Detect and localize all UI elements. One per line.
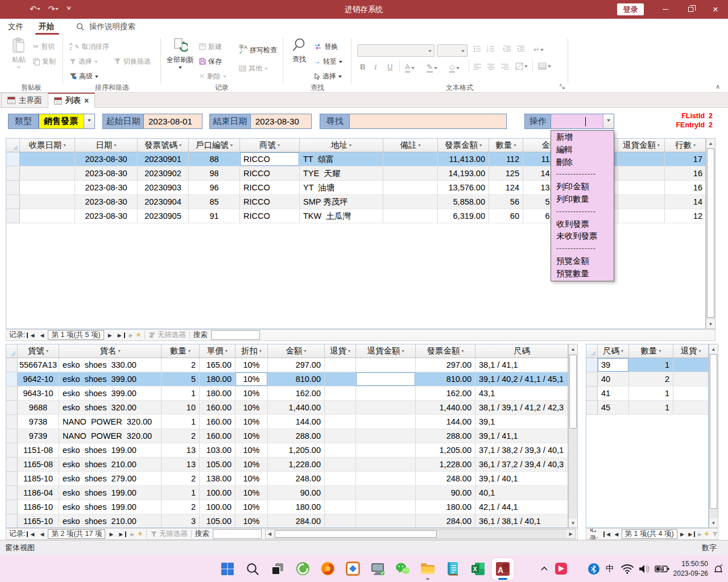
column-header[interactable]: 數量▾ xyxy=(162,344,200,357)
volume-icon[interactable] xyxy=(638,564,651,574)
cell[interactable]: RICCO xyxy=(240,209,300,223)
cell[interactable]: 2023-08-30 xyxy=(75,195,138,209)
end-date-input[interactable]: 2023-08-30 xyxy=(250,114,312,129)
table-row[interactable]: 9642-10esko shoes 399.005180.0010%810.00… xyxy=(6,372,568,386)
cell[interactable]: 297.00 xyxy=(268,358,325,372)
column-filter-arrow-icon[interactable]: ▾ xyxy=(188,348,191,354)
cell[interactable]: 10% xyxy=(235,401,268,415)
column-header[interactable]: 單價▾ xyxy=(200,344,235,357)
select-all-corner[interactable] xyxy=(6,344,18,357)
cell[interactable]: 39,1 / 40,2 / 41,1 / 45,1 xyxy=(475,372,568,386)
record-position[interactable]: 第 2 项(共 17 项 xyxy=(48,529,105,539)
cell[interactable] xyxy=(325,386,356,401)
cell[interactable] xyxy=(618,195,665,209)
new-record-icon[interactable]: ▶ xyxy=(128,531,136,537)
column-header[interactable]: 尺碼 xyxy=(475,344,568,357)
cell[interactable]: YT 油塘 xyxy=(300,181,383,195)
cell[interactable]: 124 xyxy=(489,181,523,195)
cell[interactable]: 56 xyxy=(489,195,523,209)
numbered-list-button[interactable]: 123 xyxy=(487,45,495,52)
invoice-vscrollbar[interactable]: ▲ ▼ xyxy=(706,138,715,329)
cell[interactable]: TKW 土瓜灣 xyxy=(300,209,383,223)
delete-record-button[interactable]: ✕ 删除 xyxy=(199,70,226,82)
row-selector[interactable] xyxy=(6,415,18,429)
font-color-button[interactable]: A xyxy=(405,63,415,73)
cell[interactable]: 45 xyxy=(598,401,629,415)
cell[interactable]: 125 xyxy=(489,167,523,181)
column-header[interactable]: 退貨▾ xyxy=(325,344,356,357)
toggle-filter-button[interactable]: 切换筛选 xyxy=(114,56,151,67)
cell[interactable]: 10% xyxy=(235,415,268,429)
cell[interactable]: 10% xyxy=(235,500,268,514)
table-row[interactable]: 55667A13esko shoes 330.002165.0010%297.0… xyxy=(6,358,568,372)
cell[interactable]: 2 xyxy=(162,358,200,372)
select-all-corner[interactable] xyxy=(6,139,20,152)
cell[interactable]: 37,1 / 38,2 / 39,3 / 40,1 xyxy=(475,443,568,458)
row-selector[interactable] xyxy=(6,472,18,486)
cell[interactable]: 5,858.00 xyxy=(438,195,489,209)
row-selector[interactable] xyxy=(6,209,20,223)
cell[interactable]: NANO POWER 320.00 xyxy=(59,415,162,429)
cell[interactable]: esko shoes 210.00 xyxy=(59,514,162,528)
table-row[interactable]: 1165-10esko shoes 210.003105.0010%284.00… xyxy=(6,514,568,528)
cut-button[interactable]: ✂剪切 xyxy=(33,41,55,52)
action-combo[interactable] xyxy=(551,114,614,129)
cell[interactable] xyxy=(325,486,356,500)
highlight-color-button[interactable]: ✎ xyxy=(427,63,437,73)
close-button[interactable]: × xyxy=(703,0,728,19)
file-explorer-button[interactable] xyxy=(415,558,440,580)
select-all-corner[interactable] xyxy=(586,344,598,357)
scroll-down-icon[interactable]: ▼ xyxy=(569,518,577,527)
first-record-icon[interactable]: ◀ xyxy=(27,332,36,338)
row-selector[interactable] xyxy=(6,486,18,500)
cell[interactable] xyxy=(356,429,416,443)
ime-indicator[interactable]: 中 xyxy=(604,563,617,574)
cell[interactable]: 40 xyxy=(598,372,629,386)
find-button[interactable]: 查找 xyxy=(287,38,311,64)
table-row[interactable]: 9739NANO POWER 320.002160.0010%288.00288… xyxy=(6,429,568,443)
tell-me-search[interactable]: 操作说明搜索 xyxy=(76,22,135,32)
cell[interactable] xyxy=(20,152,75,167)
fill-color-button[interactable]: ◇ xyxy=(449,63,460,73)
column-filter-arrow-icon[interactable]: ▾ xyxy=(514,143,516,148)
record-search-input[interactable] xyxy=(213,529,262,539)
collapse-ribbon-icon[interactable]: ∧ xyxy=(715,83,720,90)
cell[interactable]: RICCO xyxy=(240,195,300,209)
cell[interactable]: 180.00 xyxy=(200,372,235,386)
column-filter-arrow-icon[interactable]: ▾ xyxy=(118,348,120,354)
cell[interactable] xyxy=(673,372,709,386)
cell[interactable]: 1,205.00 xyxy=(416,443,475,458)
tab-file[interactable]: 文件 xyxy=(8,22,23,32)
cell[interactable]: 297.00 xyxy=(416,358,475,372)
cell[interactable]: 91 xyxy=(189,209,240,223)
decrease-indent-button[interactable] xyxy=(516,45,525,52)
cell[interactable]: TT 頌富 xyxy=(300,152,383,167)
taskbar-search-button[interactable] xyxy=(240,558,265,580)
cell[interactable]: 138.00 xyxy=(200,472,235,486)
cell[interactable]: 284.00 xyxy=(416,514,475,528)
column-header[interactable]: 日期▾ xyxy=(75,139,138,152)
column-filter-arrow-icon[interactable]: ▾ xyxy=(63,143,65,148)
table-row[interactable]: 9688esko shoes 320.0010160.0010%1,440.00… xyxy=(6,401,568,415)
cell[interactable]: 42,1 / 44,1 xyxy=(475,500,568,514)
menu-item[interactable]: 收到發票 xyxy=(551,218,614,231)
column-header[interactable]: 發票金額▾ xyxy=(438,139,489,152)
selection-filter-button[interactable]: 选择 xyxy=(69,56,98,67)
column-filter-arrow-icon[interactable]: ▾ xyxy=(349,143,351,148)
column-filter-arrow-icon[interactable]: ▾ xyxy=(225,348,228,354)
dialog-launcher-icon[interactable] xyxy=(560,84,565,90)
cell[interactable]: esko shoes 399.00 xyxy=(59,386,162,401)
cell[interactable]: 20230904 xyxy=(138,195,189,209)
table-row[interactable]: 1186-10esko shoes 199.002100.0010%180.00… xyxy=(6,500,568,514)
cell[interactable]: 14 xyxy=(665,195,706,209)
column-filter-arrow-icon[interactable]: ▾ xyxy=(461,348,464,354)
cell[interactable]: 162.00 xyxy=(268,386,325,401)
prev-record-icon[interactable]: ◀ xyxy=(38,531,46,537)
cell[interactable]: 1186-10 xyxy=(18,500,59,514)
cell[interactable] xyxy=(356,486,416,500)
cell[interactable]: 17 xyxy=(665,152,706,167)
column-filter-arrow-icon[interactable]: ▾ xyxy=(348,348,350,354)
record-position[interactable]: 第 1 项(共 5 项) xyxy=(48,330,104,340)
scroll-up-icon[interactable]: ▲ xyxy=(569,344,577,354)
cell[interactable] xyxy=(356,372,416,386)
